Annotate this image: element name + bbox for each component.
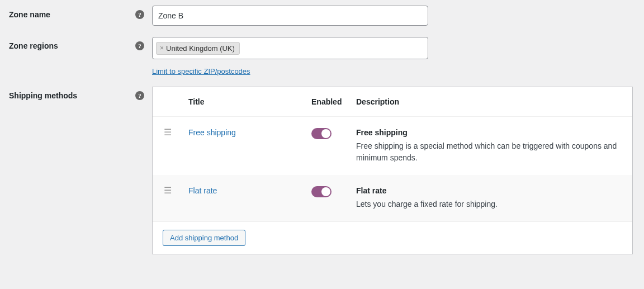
method-desc-title: Flat rate <box>356 186 621 195</box>
table-row: ☰ Flat rate Flat rate Lets you charge a … <box>153 175 632 221</box>
zone-regions-row: Zone regions ? × United Kingdom (UK) Lim… <box>9 37 644 75</box>
table-row: ☰ Free shipping Free shipping Free shipp… <box>153 117 632 175</box>
col-header-description: Description <box>356 97 621 106</box>
shipping-methods-row: Shipping methods ? Title Enabled Descrip… <box>9 87 644 254</box>
method-title-link[interactable]: Free shipping <box>188 128 236 137</box>
shipping-methods-panel: Title Enabled Description ☰ Free shippin… <box>152 87 633 254</box>
zone-regions-input[interactable]: × United Kingdom (UK) <box>152 37 428 59</box>
methods-table-header: Title Enabled Description <box>153 87 632 117</box>
zone-regions-label: Zone regions <box>9 41 135 50</box>
region-tag-label: United Kingdom (UK) <box>166 44 235 53</box>
help-icon[interactable]: ? <box>135 10 144 19</box>
region-tag: × United Kingdom (UK) <box>156 42 240 55</box>
enabled-toggle[interactable] <box>311 128 332 139</box>
method-desc-text: Lets you charge a fixed rate for shippin… <box>356 198 621 210</box>
add-shipping-method-button[interactable]: Add shipping method <box>163 230 245 246</box>
col-header-enabled: Enabled <box>311 97 356 106</box>
method-desc-text: Free shipping is a special method which … <box>356 140 621 164</box>
drag-handle-icon[interactable]: ☰ <box>164 126 172 137</box>
method-desc-title: Free shipping <box>356 128 621 137</box>
help-icon[interactable]: ? <box>135 41 144 50</box>
zone-name-input[interactable] <box>152 6 428 26</box>
col-header-title: Title <box>188 97 311 106</box>
shipping-methods-label: Shipping methods <box>9 91 135 100</box>
help-icon[interactable]: ? <box>135 91 144 100</box>
remove-tag-icon[interactable]: × <box>160 45 164 51</box>
method-title-link[interactable]: Flat rate <box>188 186 217 195</box>
methods-footer: Add shipping method <box>153 221 632 254</box>
enabled-toggle[interactable] <box>311 186 332 197</box>
drag-handle-icon[interactable]: ☰ <box>164 184 172 195</box>
limit-postcodes-link[interactable]: Limit to specific ZIP/postcodes <box>152 67 250 75</box>
zone-name-label: Zone name <box>9 10 135 19</box>
zone-name-row: Zone name ? <box>9 6 644 26</box>
